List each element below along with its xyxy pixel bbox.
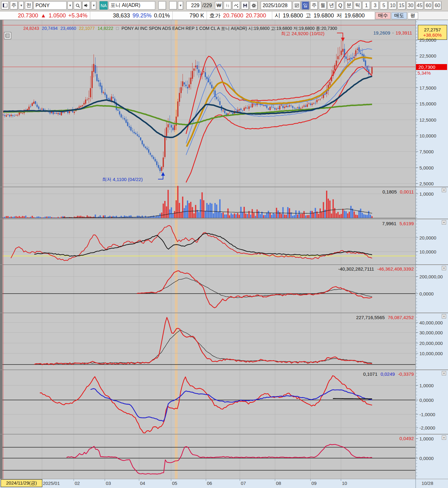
volume-bar [61,217,62,218]
pane-close-button[interactable]: × [442,435,446,440]
volume-bar [366,215,368,218]
volume-bar [247,214,248,218]
volume-bar [368,211,369,218]
volume-bar [17,217,18,218]
pane-header: -40,302,282,7111-46,362,408,3392 [338,266,414,272]
candle-body [95,65,96,73]
candle-body [132,131,133,131]
candle-body [161,167,162,171]
volume-bar [16,216,17,218]
volume-bar [198,212,199,218]
volume-bar [46,216,47,218]
pane-header: 0,0492 [399,436,414,441]
volume-bar [357,215,358,218]
volume-bar [103,216,104,218]
candle-body [339,55,340,56]
candle-body [289,105,290,107]
candle-body [269,107,271,110]
volume-bar [320,208,321,218]
candle-body [245,107,246,108]
candle-body [35,101,36,104]
volume-bar [19,216,20,218]
candle-body [20,112,21,113]
candle-body [284,107,285,108]
volume-bar [227,208,229,218]
candle-body [101,86,102,93]
candle-body [159,168,161,171]
legend-marker-icon: □ [116,26,119,31]
candle-body [297,108,298,108]
volume-bar [271,215,272,218]
candle-body [187,87,188,88]
volume-bar [182,197,183,218]
candle-body [349,58,350,60]
candle-body [282,105,284,108]
candle-body [253,105,254,105]
volume-bar [44,217,46,218]
axis-label: 1,0000 [419,436,434,441]
candle-body [22,113,23,114]
volume-bar [210,203,211,218]
volume-bar [307,215,308,218]
volume-bar [36,216,38,218]
volume-bar [22,216,23,218]
volume-bar [284,215,285,218]
candle-body [190,78,191,84]
volume-bar [211,204,212,218]
candle-body [357,49,358,50]
candle-body [303,105,305,106]
volume-bar [232,215,233,218]
pane-close-button[interactable]: × [442,314,446,318]
volume-bar [339,215,340,218]
candle-body [311,104,313,105]
volume-bar [371,216,373,218]
volume-bar [58,217,59,218]
candle-body [337,56,338,59]
candle-body [279,106,280,109]
volume-bar [74,216,75,218]
pane-close-button[interactable]: × [442,266,446,270]
volume-bar [245,214,246,218]
ma-end-labels: 19,2609 ▫ 19,3911 [373,30,412,35]
axis-label: 12,5000 [419,117,436,123]
pane-header-value: 76,087,4252 [388,315,414,320]
candle-body [250,107,251,107]
xaxis-label: 02 [75,481,80,486]
pane-close-button[interactable]: × [442,188,446,192]
candle-body [88,98,90,99]
candle-body [36,105,38,107]
pane-close-button[interactable]: × [442,371,446,375]
pane-close-button[interactable]: × [442,220,446,225]
candle-body [308,103,310,104]
volume-bar [194,213,195,218]
candle-body [153,157,154,159]
axis-label: 25,0000 [419,37,436,43]
volume-bar [64,216,65,218]
candle-body [323,95,324,98]
candle-body [151,155,152,157]
volume-bar [153,216,154,218]
volume-bar [345,211,347,218]
volume-bar [7,216,9,218]
xaxis-label: 06 [207,481,212,486]
pane-header-value: 0,0249 [380,371,395,377]
candle-body [130,127,132,131]
candle-body [266,105,268,108]
volume-bar [163,203,164,218]
candle-body [167,124,169,127]
candle-body [80,106,82,107]
volume-bar [315,208,316,218]
legend-value-1: 24,8243 [23,26,39,31]
volume-bar [219,199,221,218]
axis-label: 10,0000 [419,133,436,138]
candle-body [59,113,60,114]
xaxis-label: 08 [276,481,281,486]
candle-body [164,136,166,157]
pane-header-value: 0,0011 [400,189,414,194]
candle-body [137,134,138,136]
ma-end-red: 19,3911 [396,30,412,35]
pane-header-value: 7,9961 [382,221,396,226]
candle-body [127,122,128,126]
volume-bar [218,212,219,218]
chart-grid-tool-button[interactable] [4,32,11,39]
